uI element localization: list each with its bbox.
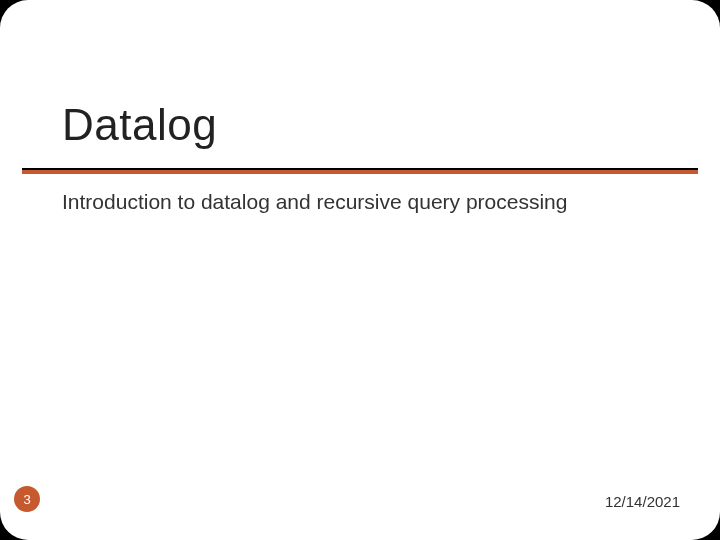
title-divider [22, 168, 698, 174]
slide: Datalog Introduction to datalog and recu… [0, 0, 720, 540]
slide-title: Datalog [62, 100, 680, 150]
slide-subtitle: Introduction to datalog and recursive qu… [62, 190, 680, 214]
content-area: Datalog [62, 100, 680, 164]
slide-date: 12/14/2021 [605, 493, 680, 510]
page-number-badge: 3 [14, 486, 40, 512]
divider-bottom [22, 170, 698, 174]
